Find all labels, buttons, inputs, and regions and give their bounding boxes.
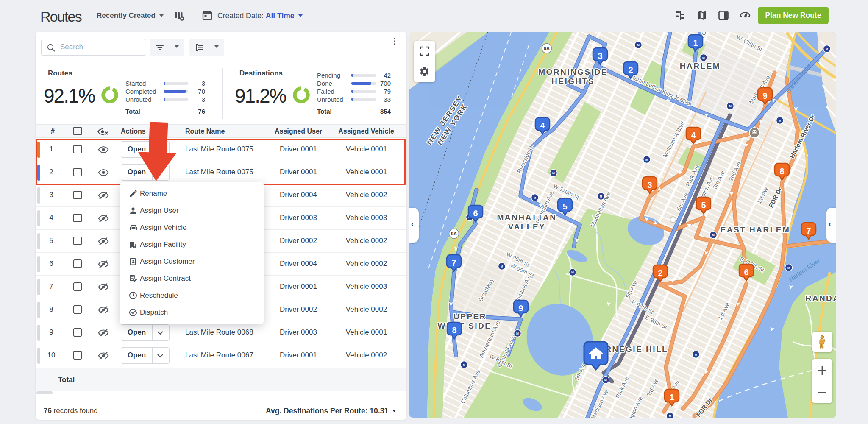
svg-text:4: 4 [691, 131, 696, 140]
svg-text:2: 2 [658, 268, 662, 278]
svg-text:1: 1 [669, 393, 674, 402]
svg-text:3: 3 [598, 51, 602, 61]
svg-text:M: M [669, 415, 671, 418]
svg-text:M: M [516, 332, 519, 335]
svg-text:7: 7 [451, 258, 456, 268]
svg-text:9A: 9A [544, 46, 550, 51]
svg-text:HEIGHTS: HEIGHTS [551, 77, 595, 86]
svg-text:M: M [501, 265, 503, 268]
svg-text:9: 9 [762, 91, 767, 100]
svg-text:6: 6 [744, 268, 748, 277]
svg-text:EAST HARLEM: EAST HARLEM [721, 225, 790, 234]
svg-text:7: 7 [806, 226, 811, 235]
svg-text:9A: 9A [451, 231, 457, 236]
svg-text:M: M [702, 56, 705, 59]
svg-text:2: 2 [628, 65, 633, 75]
svg-text:VALLEY: VALLEY [508, 222, 546, 231]
svg-text:MANHATTAN: MANHATTAN [497, 213, 556, 222]
svg-text:M: M [826, 47, 828, 50]
svg-text:6: 6 [473, 209, 478, 218]
svg-text:M: M [729, 105, 732, 108]
svg-text:RANDA: RANDA [805, 294, 836, 303]
svg-text:M: M [712, 234, 715, 237]
svg-text:1: 1 [693, 38, 698, 47]
svg-text:M: M [600, 195, 602, 198]
svg-text:4: 4 [540, 121, 545, 130]
svg-text:M: M [463, 363, 465, 366]
svg-text:WEST SIDE: WEST SIDE [437, 321, 491, 330]
svg-text:M: M [637, 44, 640, 47]
svg-text:M: M [604, 379, 607, 382]
svg-text:HARLEM: HARLEM [680, 61, 721, 70]
svg-text:8: 8 [452, 326, 456, 335]
svg-text:MORNINGSIDE: MORNINGSIDE [538, 67, 608, 76]
svg-text:UPPER: UPPER [453, 312, 487, 321]
svg-text:3: 3 [647, 180, 652, 190]
svg-text:8: 8 [779, 167, 784, 176]
svg-text:M: M [779, 119, 781, 122]
svg-text:5: 5 [701, 201, 706, 210]
svg-text:5: 5 [562, 202, 567, 211]
svg-text:M: M [534, 196, 536, 199]
svg-text:M: M [571, 271, 574, 274]
svg-text:M: M [552, 172, 555, 175]
svg-text:M: M [695, 353, 697, 356]
svg-text:M: M [787, 266, 790, 269]
svg-text:9: 9 [518, 304, 523, 313]
svg-text:M: M [645, 158, 648, 161]
